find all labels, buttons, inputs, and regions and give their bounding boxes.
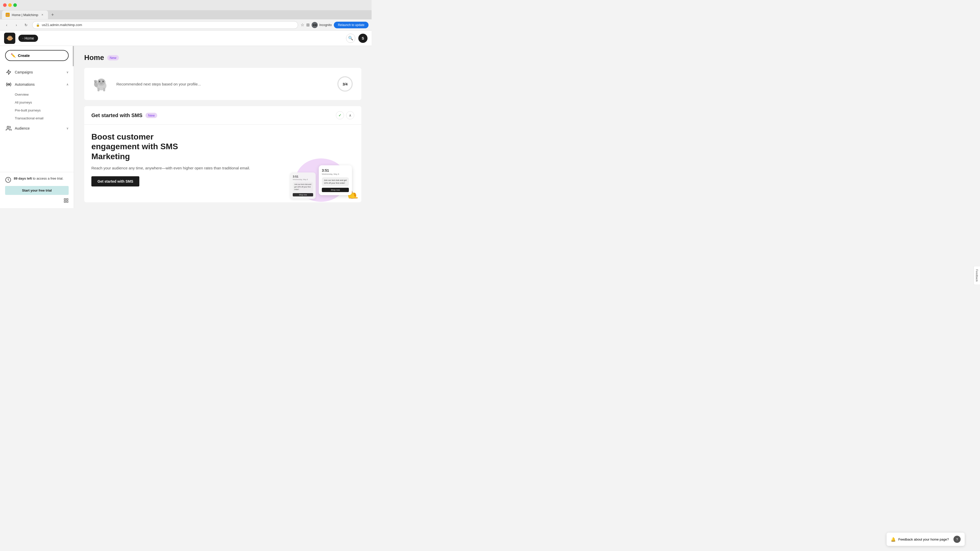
phone-back-msg: Join our text club and get 10% off your … (293, 182, 313, 192)
robot-icon (92, 75, 110, 93)
phone-time: 3:51 (322, 168, 349, 172)
sms-text-block: Reach your audience any time, anywhere—w… (91, 165, 280, 195)
incognito-indicator: 🕶️ Incognito (312, 22, 332, 28)
incognito-icon: 🕶️ (312, 22, 318, 28)
extensions-button[interactable]: ⊞ (306, 22, 310, 27)
svg-text:3/4: 3/4 (342, 82, 348, 86)
sidebar-item-automations[interactable]: Automations ∧ (0, 78, 74, 91)
main-content: Home New (74, 46, 372, 208)
sidebar-sub-transactional[interactable]: Transactional email (0, 114, 74, 122)
section-title: Get started with SMS (91, 113, 142, 118)
audience-chevron: ∨ (66, 127, 68, 130)
audience-label: Audience (15, 126, 66, 130)
phone-back-date: Wednesday, May 8 (293, 179, 313, 180)
page-title: Home (84, 54, 104, 62)
forward-button[interactable]: › (13, 21, 20, 29)
campaigns-icon (5, 68, 12, 76)
search-icon: 🔍 (348, 36, 353, 41)
sidebar-sub-prebuilt[interactable]: Pre-built journeys (0, 106, 74, 114)
create-button[interactable]: ✏️ Create (5, 50, 68, 61)
tab-close-button[interactable]: × (40, 13, 45, 17)
phone-back: 3:51 Wednesday, May 8 Join our text club… (290, 172, 316, 199)
svg-rect-15 (97, 88, 100, 91)
page-title-row: Home New (84, 54, 361, 62)
search-button[interactable]: 🔍 (346, 34, 355, 43)
progress-text: Recommended next steps based on your pro… (116, 82, 331, 86)
phone-front: 3:51 Wednesday, May 8 Join our text club… (319, 165, 352, 195)
check-icon: ✓ (339, 113, 342, 118)
logo-icon: 🐵 (6, 35, 13, 41)
app-header: 🐵 ‹ Home 🔍 S (0, 30, 372, 46)
scroll-indicator (73, 46, 74, 208)
mailchimp-logo[interactable]: 🐵 (4, 33, 15, 44)
start-trial-button[interactable]: Start your free trial (5, 186, 68, 195)
svg-rect-16 (103, 88, 105, 91)
tab-title: Home | Mailchimp (12, 13, 38, 17)
sidebar-item-audience[interactable]: Audience ∨ (0, 122, 74, 135)
sidebar-sub-overview[interactable]: Overview (0, 91, 74, 98)
phone-date: Wednesday, May 8 (322, 173, 349, 175)
phone-back-time: 3:51 (293, 175, 313, 178)
collapse-icon: ∧ (349, 113, 352, 118)
svg-point-9 (97, 79, 105, 86)
svg-point-13 (103, 81, 103, 82)
phone-back-btn: Shop now (293, 193, 313, 197)
section-header: Get started with SMS New ✓ ∧ (84, 106, 361, 125)
progress-card: Recommended next steps based on your pro… (84, 68, 361, 100)
window-maximize-button[interactable] (13, 3, 17, 7)
new-tab-button[interactable]: + (49, 11, 56, 18)
sms-cta-button[interactable]: Get started with SMS (91, 176, 139, 186)
svg-rect-7 (64, 201, 66, 203)
relaunch-button[interactable]: Relaunch to update (334, 22, 369, 28)
phone-shop-btn: Shop now (322, 188, 349, 192)
section-collapse-button[interactable]: ∧ (346, 111, 354, 119)
address-bar[interactable]: 🔒 us21.admin.mailchimp.com (32, 21, 298, 29)
svg-point-12 (99, 81, 100, 82)
sidebar-item-campaigns[interactable]: Campaigns ∨ (0, 66, 74, 78)
svg-point-2 (7, 126, 9, 128)
automations-chevron: ∧ (66, 83, 68, 86)
main-inner: Home New (74, 46, 372, 208)
sidebar-scroll: ✏️ Create Campaigns ∨ (0, 46, 74, 172)
sms-section: Get started with SMS New ✓ ∧ (84, 106, 361, 202)
trial-text-rest: to access a free trial. (32, 176, 64, 180)
campaigns-chevron: ∨ (66, 70, 68, 74)
refresh-button[interactable]: ↻ (22, 21, 30, 29)
user-avatar[interactable]: S (358, 34, 368, 43)
sidebar-footer: 89 days left to access a free trial. Sta… (0, 172, 74, 208)
layout-toggle-button[interactable] (64, 198, 68, 204)
svg-rect-5 (67, 199, 68, 200)
tab-favicon: 🐵 (6, 13, 10, 17)
window-close-button[interactable] (3, 3, 6, 7)
home-nav-pill[interactable]: ‹ Home (18, 35, 38, 42)
bookmark-button[interactable]: ☆ (301, 22, 304, 27)
svg-marker-0 (6, 70, 11, 75)
campaigns-label: Campaigns (15, 70, 66, 74)
active-tab[interactable]: 🐵 Home | Mailchimp × (2, 11, 48, 19)
svg-line-19 (95, 80, 96, 83)
sidebar: ✏️ Create Campaigns ∨ (0, 46, 74, 208)
section-new-badge: New (145, 113, 157, 118)
scroll-thumb (73, 46, 74, 66)
sidebar-sub-all-journeys[interactable]: All journeys (0, 98, 74, 106)
clock-icon (5, 177, 11, 183)
audience-icon (5, 125, 12, 132)
home-nav-arrow: ‹ (22, 37, 24, 40)
sms-body: Reach your audience any time, anywhere—w… (91, 165, 354, 195)
sms-visual: 3:51 Wednesday, May 8 Join our text club… (288, 165, 354, 195)
trial-text: 89 days left to access a free trial. (14, 176, 63, 181)
phone-front-wrapper: 3:51 Wednesday, May 8 Join our text club… (319, 165, 352, 195)
trial-days-bold: 89 days left (14, 176, 32, 180)
create-label: Create (18, 53, 30, 58)
create-icon: ✏️ (11, 53, 16, 58)
phone-message: Join our text club and get 10% off your … (322, 177, 349, 186)
section-check-button[interactable]: ✓ (336, 111, 344, 119)
sms-description: Reach your audience any time, anywhere—w… (91, 165, 280, 171)
page-new-badge: New (107, 55, 119, 60)
svg-point-14 (100, 83, 103, 84)
automations-label: Automations (15, 83, 66, 86)
section-content: Boost customer engagement with SMS Marke… (84, 125, 361, 202)
window-minimize-button[interactable] (8, 3, 12, 7)
back-button[interactable]: ‹ (3, 21, 10, 29)
trial-info: 89 days left to access a free trial. (5, 176, 68, 183)
